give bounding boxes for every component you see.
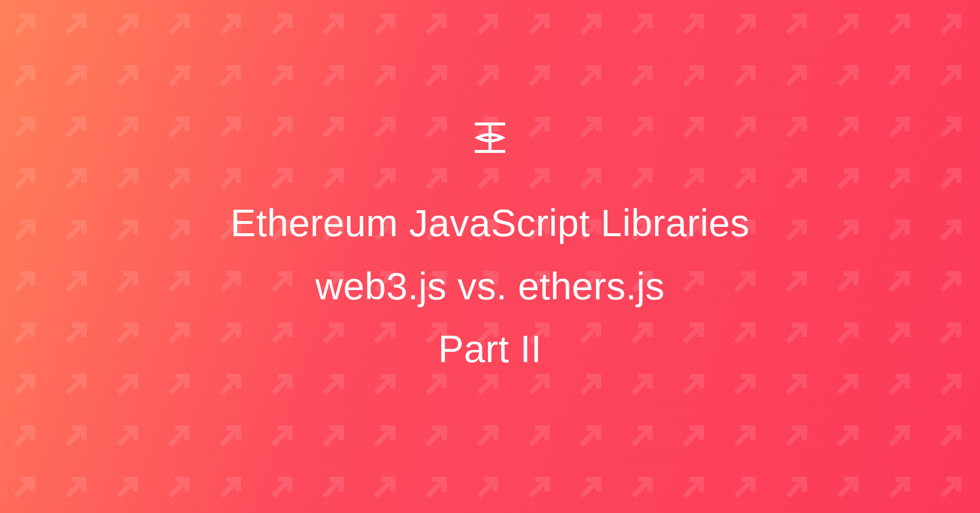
content-container: Ethereum JavaScript Libraries web3.js vs…: [230, 122, 749, 381]
title-line-3: Part II: [438, 318, 542, 381]
infura-logo-icon: [473, 122, 507, 155]
hero-banner: Ethereum JavaScript Libraries web3.js vs…: [0, 0, 980, 513]
title-line-2: web3.js vs. ethers.js: [316, 255, 665, 318]
svg-rect-3: [489, 125, 491, 150]
title-line-1: Ethereum JavaScript Libraries: [230, 192, 749, 255]
